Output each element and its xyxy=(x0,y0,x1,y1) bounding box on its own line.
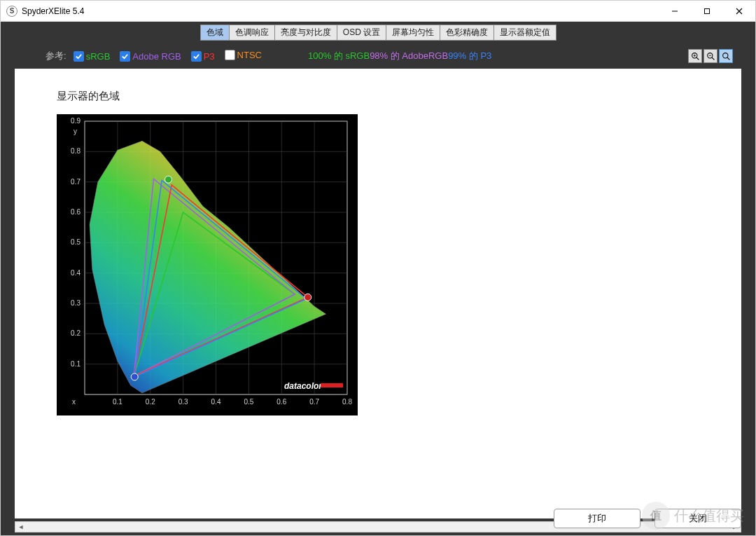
zoom-reset-button[interactable] xyxy=(719,49,733,63)
svg-point-50 xyxy=(304,294,312,301)
print-button[interactable]: 打印 xyxy=(554,509,640,528)
reference-bar: 参考: sRGBAdobe RGBP3NTSC 100% 的 sRGB98% 的… xyxy=(4,41,752,69)
svg-text:0.2: 0.2 xyxy=(146,398,155,406)
svg-text:0.1: 0.1 xyxy=(113,398,122,406)
ref-checkbox-ntsc[interactable]: NTSC xyxy=(225,50,262,60)
minimize-button[interactable] xyxy=(659,1,691,22)
content-area: 显示器的色域 0.10.20.30.40.50.60.70.80.10.20.3… xyxy=(15,69,741,518)
ref-checkbox-p3[interactable]: P3 xyxy=(191,51,215,62)
ref-checkbox-adobergb[interactable]: Adobe RGB xyxy=(120,51,181,62)
tab-6[interactable]: 显示器额定值 xyxy=(493,25,556,41)
main-tabs: 色域色调响应亮度与对比度OSD 设置屏幕均匀性色彩精确度显示器额定值 xyxy=(4,25,752,41)
watermark: 值 什么值得买 xyxy=(642,502,744,530)
scroll-left-icon[interactable]: ◄ xyxy=(15,522,27,532)
svg-text:0.2: 0.2 xyxy=(71,329,80,337)
svg-text:0.8: 0.8 xyxy=(71,147,80,155)
svg-text:0.7: 0.7 xyxy=(71,178,80,186)
window-title: SpyderXElite 5.4 xyxy=(22,6,84,16)
svg-line-12 xyxy=(727,57,729,60)
svg-text:0.3: 0.3 xyxy=(71,299,80,307)
zoom-tools xyxy=(688,49,733,63)
chart-title: 显示器的色域 xyxy=(57,90,699,103)
svg-text:datacolor: datacolor xyxy=(284,381,323,391)
svg-text:x: x xyxy=(72,398,76,406)
ref-checkbox-srgb[interactable]: sRGB xyxy=(74,51,111,62)
svg-text:0.8: 0.8 xyxy=(342,398,352,406)
svg-line-5 xyxy=(696,57,699,60)
svg-text:y: y xyxy=(74,128,77,135)
tab-3[interactable]: OSD 设置 xyxy=(337,25,386,41)
reference-label: 参考: xyxy=(46,50,66,62)
zoom-in-button[interactable] xyxy=(688,49,702,63)
gamut-result-adobergb: 98% 的 AdobeRGB xyxy=(370,50,448,61)
svg-text:0.7: 0.7 xyxy=(309,398,319,406)
svg-point-51 xyxy=(165,176,172,183)
svg-point-52 xyxy=(131,373,138,380)
app-icon: S xyxy=(6,6,18,17)
watermark-icon: 值 xyxy=(642,502,670,530)
svg-point-11 xyxy=(722,53,727,57)
svg-text:0.4: 0.4 xyxy=(211,398,221,406)
gamut-result-p3: 99% 的 P3 xyxy=(448,50,491,61)
svg-text:0.5: 0.5 xyxy=(71,238,80,246)
svg-text:0.4: 0.4 xyxy=(71,269,80,277)
tab-5[interactable]: 色彩精确度 xyxy=(440,25,494,41)
titlebar: S SpyderXElite 5.4 xyxy=(1,1,755,22)
tab-2[interactable]: 亮度与对比度 xyxy=(274,25,337,41)
svg-text:0.6: 0.6 xyxy=(71,208,80,216)
tab-4[interactable]: 屏幕均匀性 xyxy=(386,25,440,41)
svg-text:0.3: 0.3 xyxy=(178,398,188,406)
chromaticity-chart: 0.10.20.30.40.50.60.70.80.10.20.30.40.50… xyxy=(57,114,358,415)
watermark-text: 什么值得买 xyxy=(674,507,744,525)
close-button[interactable] xyxy=(723,1,755,22)
zoom-out-button[interactable] xyxy=(704,49,718,63)
svg-text:0.6: 0.6 xyxy=(276,398,286,406)
svg-rect-1 xyxy=(705,8,710,13)
svg-text:0.9: 0.9 xyxy=(71,117,80,125)
svg-rect-54 xyxy=(321,383,343,387)
svg-text:0.1: 0.1 xyxy=(71,360,80,368)
svg-line-9 xyxy=(712,57,714,60)
svg-text:0.5: 0.5 xyxy=(244,398,253,406)
tab-0[interactable]: 色域 xyxy=(200,25,230,41)
gamut-result-srgb: 100% 的 sRGB xyxy=(308,50,370,61)
tab-1[interactable]: 色调响应 xyxy=(229,25,275,41)
maximize-button[interactable] xyxy=(691,1,723,22)
